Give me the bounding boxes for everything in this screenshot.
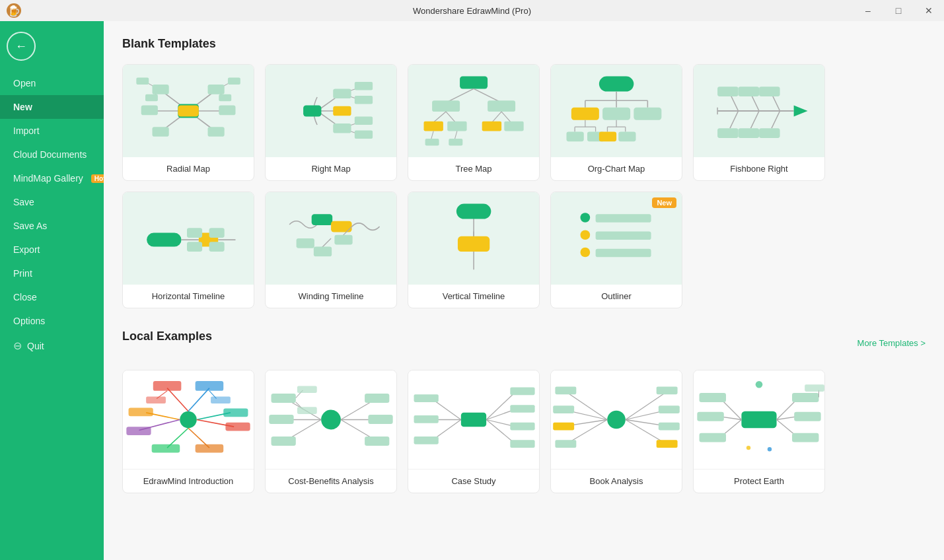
svg-point-109 [580,213,590,223]
svg-rect-130 [223,408,248,417]
template-right-label: Right Map [266,157,396,180]
titlebar: 🍺 Wondershare EdrawMind (Pro) – □ ✕ [0,0,944,21]
window-controls: – □ ✕ [853,0,944,21]
svg-rect-34 [355,96,373,104]
svg-rect-182 [659,405,680,413]
sidebar-item-saveas[interactable]: Save As [0,214,104,238]
template-orgchart-map[interactable]: Org-Chart Map [550,64,682,181]
sidebar-item-quit[interactable]: ⊖ Quit [0,333,104,359]
back-button[interactable]: ← [7,32,36,61]
svg-rect-184 [657,440,678,448]
svg-rect-36 [355,130,373,139]
svg-point-201 [746,446,750,450]
svg-rect-150 [297,386,317,393]
svg-rect-85 [759,87,780,96]
maximize-button[interactable]: □ [883,0,914,21]
svg-rect-83 [717,87,739,96]
template-outliner-map[interactable]: New Outliner [550,192,682,308]
svg-rect-167 [510,440,534,448]
template-outliner-thumb: New [551,192,682,285]
more-templates-link[interactable]: More Templates > [857,338,926,348]
template-htimeline-map[interactable]: Horizontal Timeline [122,192,254,308]
example-edrawmind[interactable]: EdrawMind Introduction [122,370,254,493]
example-cost[interactable]: Cost-Benefits Analysis [265,370,397,493]
sidebar-item-gallery[interactable]: MindMap Gallery Hot [0,166,104,190]
svg-rect-179 [553,423,574,431]
svg-rect-67 [566,132,583,142]
svg-line-82 [772,111,780,128]
close-button[interactable]: ✕ [914,0,944,21]
local-examples-header: Local Examples More Templates > [122,330,926,357]
sidebar-item-open[interactable]: Open [0,71,104,95]
svg-rect-18 [145,94,158,102]
svg-rect-15 [152,127,168,137]
svg-rect-13 [141,106,158,116]
svg-rect-181 [657,386,678,394]
svg-rect-162 [414,415,439,423]
template-right-map[interactable]: Right Map [265,64,397,181]
sidebar-item-close[interactable]: Close [0,285,104,309]
svg-rect-95 [209,242,225,252]
template-orgchart-thumb [551,65,682,157]
svg-rect-197 [700,433,726,442]
svg-rect-19 [228,78,240,85]
svg-rect-127 [126,427,151,435]
svg-rect-165 [510,405,534,413]
svg-point-168 [607,411,626,429]
svg-point-113 [580,248,590,258]
template-wtimeline-map[interactable]: Winding Timeline [265,192,397,308]
svg-rect-12 [207,85,224,94]
sidebar: ← Open New Import Cloud Documents MindMa… [0,21,104,560]
sidebar-item-print[interactable]: Print [0,262,104,285]
svg-rect-62 [634,108,661,120]
example-earth[interactable]: Protect Earth [693,370,825,493]
minimize-button[interactable]: – [853,0,883,21]
example-book[interactable]: Book Analysis [550,370,682,493]
svg-rect-31 [333,106,351,116]
svg-rect-96 [187,228,202,238]
svg-rect-98 [312,214,333,225]
svg-rect-191 [792,433,818,442]
example-earth-label: Protect Earth [694,470,824,493]
svg-point-202 [768,447,772,451]
example-case[interactable]: Case Study [408,370,540,493]
svg-rect-14 [219,106,235,116]
template-htimeline-thumb [123,192,254,285]
svg-rect-143 [272,394,296,403]
svg-rect-195 [700,393,726,402]
svg-rect-40 [432,100,460,112]
svg-rect-74 [618,132,635,142]
template-vtimeline-map[interactable]: Vertical Timeline [408,192,540,308]
template-radial-label: Radial Map [123,157,254,180]
sidebar-item-cloud[interactable]: Cloud Documents [0,143,104,166]
svg-rect-131 [225,423,250,431]
template-tree-map[interactable]: Tree Map [408,64,540,181]
svg-rect-37 [460,77,488,89]
svg-rect-90 [147,233,182,247]
sidebar-item-save[interactable]: Save [0,190,104,214]
blank-templates-grid: Radial Map [122,64,926,308]
sidebar-item-new[interactable]: New [0,95,104,119]
local-examples-title: Local Examples [122,330,212,343]
template-outliner-label: Outliner [551,285,682,308]
svg-line-117 [188,388,209,411]
template-radial-map[interactable]: Radial Map [122,64,254,181]
app-body: ← Open New Import Cloud Documents MindMa… [0,21,944,560]
svg-rect-145 [272,437,296,446]
svg-rect-147 [368,415,392,424]
svg-rect-153 [461,413,486,427]
svg-rect-163 [414,437,439,444]
examples-grid: EdrawMind Introduction [122,370,926,493]
example-book-thumb [551,370,682,470]
svg-rect-124 [153,381,182,391]
svg-point-200 [756,381,763,388]
sidebar-item-export[interactable]: Export [0,238,104,262]
svg-rect-11 [152,85,168,94]
svg-rect-87 [739,128,760,138]
template-fishbone-map[interactable]: Fishbone Right [693,64,825,181]
sidebar-item-import[interactable]: Import [0,119,104,143]
svg-rect-180 [555,440,576,448]
sidebar-item-options[interactable]: Options [0,309,104,333]
svg-rect-190 [794,412,820,421]
svg-rect-126 [129,407,153,416]
